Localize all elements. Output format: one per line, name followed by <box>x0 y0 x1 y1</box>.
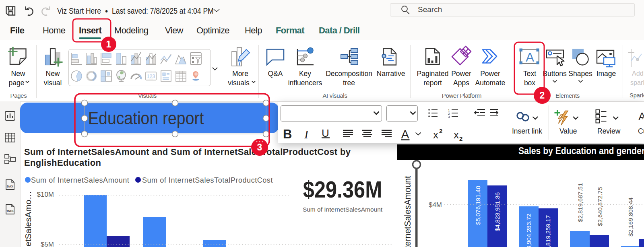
svg-text:$2,169,808.44: $2,169,808.44 <box>627 198 634 237</box>
svg-text:$2,819,687.51: $2,819,687.51 <box>577 183 584 222</box>
svg-text:InternetSalesAmo…: InternetSalesAmo… <box>23 191 33 247</box>
svg-text:$2,640,872.75: $2,640,872.75 <box>597 187 603 226</box>
